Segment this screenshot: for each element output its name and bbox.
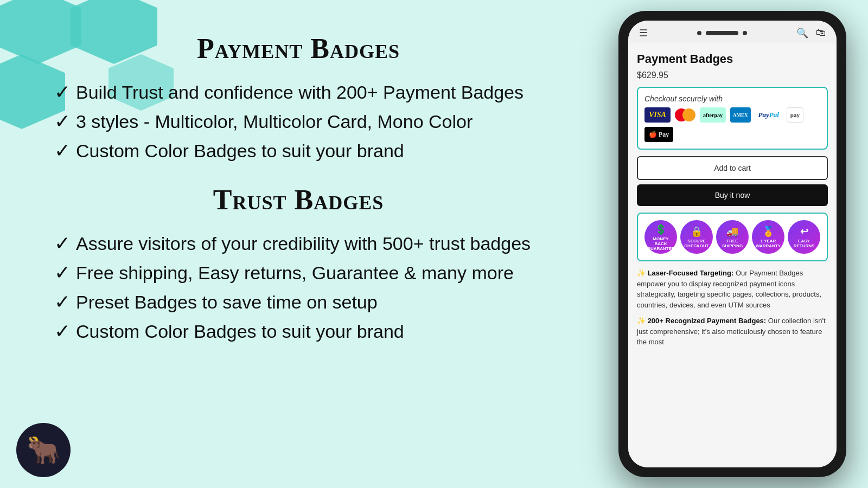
sparkle-1: ✨ [637, 269, 646, 277]
phone-mockup: ☰ 🔍 🛍 Payment Badges $629.95 Checkout se… [618, 11, 846, 477]
phone-desc-1: ✨ Laser-Focused Targeting: Our Payment B… [637, 268, 828, 310]
paypal-badge: PayPal [755, 107, 782, 123]
check-icon-4: ✓ [54, 232, 71, 255]
menu-icon[interactable]: ☰ [639, 27, 648, 39]
payment-check-list: ✓ Build Trust and confidence with 200+ P… [54, 81, 542, 162]
phone-notch [697, 31, 747, 35]
desc2-bold: 200+ Recognized Payment Badges: [648, 317, 767, 325]
check-icon-5: ✓ [54, 261, 71, 284]
money-back-icon: 💲 [655, 223, 667, 235]
warranty-icon: 🏅 [762, 226, 774, 237]
check-icon-1: ✓ [54, 81, 71, 104]
phone-top-bar: ☰ 🔍 🛍 [628, 21, 837, 43]
trust-badges-title: Trust Badges [54, 184, 542, 216]
apple-icon: 🍎 [649, 131, 657, 139]
notch-dot-2 [743, 31, 747, 35]
payment-item-1: ✓ Build Trust and confidence with 200+ P… [54, 81, 542, 104]
phone-product-title: Payment Badges [637, 52, 828, 66]
check-icon-7: ✓ [54, 320, 71, 343]
check-icon-6: ✓ [54, 291, 71, 313]
sparkle-2: ✨ [637, 317, 646, 325]
secure-icon: 🔒 [691, 226, 703, 237]
phone-desc-2: ✨ 200+ Recognized Payment Badges: Our co… [637, 316, 828, 348]
bull-circle: 🐂 [16, 423, 71, 477]
amex-badge: AMEX [730, 107, 751, 123]
left-content: Payment Badges ✓ Build Trust and confide… [54, 33, 542, 364]
shipping-icon: 🚚 [726, 226, 738, 237]
bull-icon: 🐂 [27, 434, 60, 466]
notch-bar [706, 31, 738, 35]
visa-badge: VISA [644, 107, 671, 123]
trust-badge-money-back: 💲 MONEY BACK GUARANTEE [644, 220, 677, 254]
applepay-badge: 🍎 Pay [644, 127, 673, 142]
trust-badge-returns: ↩ EASY RETURNS [788, 220, 820, 254]
payment-icons: VISA afterpay AMEX PayPal pay 🍎 Pay [644, 107, 820, 142]
payment-item-2: ✓ 3 styles - Multicolor, Multicolor Card… [54, 110, 542, 133]
trust-check-list: ✓ Assure visitors of your credibility wi… [54, 232, 542, 343]
trust-item-3: ✓ Preset Badges to save time on setup [54, 291, 542, 313]
trust-item-2: ✓ Free shipping, Easy returns, Guarantee… [54, 261, 542, 284]
gpay-badge: pay [787, 107, 803, 123]
mc-right-circle [682, 108, 695, 121]
payment-badges-title: Payment Badges [54, 33, 542, 65]
returns-icon: ↩ [800, 226, 808, 237]
trust-item-1: ✓ Assure visitors of your credibility wi… [54, 232, 542, 255]
desc1-bold: Laser-Focused Targeting: [648, 269, 734, 277]
check-icon-3: ✓ [54, 139, 71, 162]
phone-content: Payment Badges $629.95 Checkout securely… [628, 43, 837, 467]
trust-item-4: ✓ Custom Color Badges to suit your brand [54, 320, 542, 343]
add-to-cart-button[interactable]: Add to cart [637, 156, 828, 180]
trust-badge-box: 💲 MONEY BACK GUARANTEE 🔒 SECURE CHECKOUT… [637, 213, 828, 261]
bull-logo: 🐂 [16, 423, 71, 477]
buy-now-button[interactable]: Buy it now [637, 184, 828, 206]
phone-inner: ☰ 🔍 🛍 Payment Badges $629.95 Checkout se… [628, 21, 837, 467]
trust-badge-secure: 🔒 SECURE CHECKOUT [680, 220, 713, 254]
notch-dot-1 [697, 31, 701, 35]
search-icon[interactable]: 🔍 [796, 27, 808, 39]
payment-item-3: ✓ Custom Color Badges to suit your brand [54, 139, 542, 162]
afterpay-badge: afterpay [700, 107, 726, 123]
check-icon-2: ✓ [54, 110, 71, 133]
trust-badge-warranty: 🏅 1 YEAR WARRANTY [752, 220, 784, 254]
cart-icon[interactable]: 🛍 [816, 27, 826, 39]
phone-price: $629.95 [637, 70, 828, 80]
payment-badge-box: Checkout securely with VISA afterpay AME… [637, 87, 828, 150]
mastercard-badge [675, 108, 695, 121]
checkout-label: Checkout securely with [644, 94, 820, 103]
phone-action-icons: 🔍 🛍 [796, 27, 826, 39]
trust-badges-row: 💲 MONEY BACK GUARANTEE 🔒 SECURE CHECKOUT… [644, 220, 820, 254]
trust-badge-shipping: 🚚 FREE SHIPPING [716, 220, 749, 254]
